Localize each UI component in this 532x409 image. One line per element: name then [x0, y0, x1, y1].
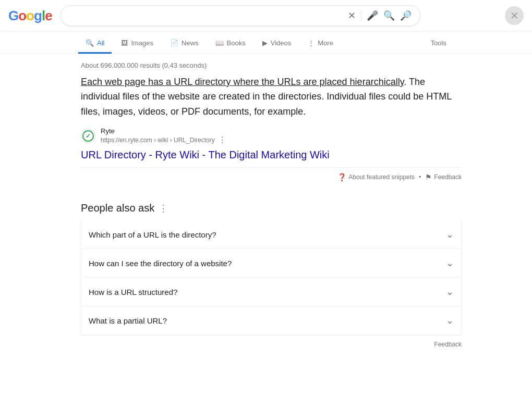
paa-question-1-text: Which part of a URL is the directory?	[89, 230, 216, 239]
paa-feedback-button[interactable]: Feedback	[81, 335, 462, 353]
main-content: About 696.000.000 results (0,43 seconds)…	[0, 54, 490, 353]
tab-images[interactable]: 🖼 Images	[114, 34, 161, 54]
people-also-ask-section: People also ask ⋮ Which part of a URL is…	[81, 202, 462, 353]
avatar-icon: ✕	[510, 9, 519, 22]
tab-books-label: Books	[227, 39, 246, 47]
tab-videos[interactable]: ▶ Videos	[255, 34, 299, 54]
nav-tabs: 🔍 All 🖼 Images 📄 News 📖 Books ▶ Videos ⋮…	[0, 32, 532, 54]
separator: •	[419, 173, 421, 181]
source-row: ✓ Ryte https://en.ryte.com › wiki › URL_…	[81, 127, 462, 145]
microphone-icon: 🎤	[367, 10, 378, 21]
tab-all-label: All	[97, 39, 104, 47]
paa-options-icon[interactable]: ⋮	[159, 203, 168, 214]
snippet-footer: ❓ About featured snippets • ⚑ Feedback	[81, 167, 462, 187]
tab-all[interactable]: 🔍 All	[78, 34, 112, 54]
favicon-check-icon: ✓	[86, 132, 91, 140]
paa-question-4-text: What is a partial URL?	[89, 316, 167, 325]
search-submit-button[interactable]: 🔎	[400, 10, 412, 21]
snippet-text: Each web page has a URL directory where …	[81, 75, 462, 119]
header: Google url directory ✕ 🎤 🔍 🔎 ✕	[0, 0, 532, 32]
paa-chevron-1-icon: ⌄	[446, 229, 454, 240]
tab-more[interactable]: ⋮ More	[300, 34, 341, 54]
question-icon: ❓	[337, 173, 346, 181]
tools-button[interactable]: Tools	[424, 34, 454, 54]
search-icon: 🔎	[400, 10, 412, 21]
tab-news[interactable]: 📄 News	[163, 34, 206, 54]
paa-title: People also ask	[81, 202, 154, 214]
source-url-text: https://en.ryte.com › wiki › URL_Directo…	[101, 137, 215, 144]
paa-question-4[interactable]: What is a partial URL? ⌄	[81, 306, 462, 335]
tab-images-label: Images	[131, 39, 153, 47]
books-icon: 📖	[215, 39, 224, 47]
about-snippets-label: About featured snippets	[348, 173, 415, 181]
tools-label: Tools	[431, 39, 446, 47]
about-snippets-button[interactable]: ❓ About featured snippets	[337, 173, 415, 181]
images-icon: 🖼	[121, 39, 128, 47]
paa-question-1[interactable]: Which part of a URL is the directory? ⌄	[81, 220, 462, 249]
source-info: Ryte https://en.ryte.com › wiki › URL_Di…	[101, 127, 226, 145]
paa-chevron-4-icon: ⌄	[446, 315, 454, 326]
paa-header: People also ask ⋮	[81, 202, 462, 214]
source-favicon: ✓	[81, 129, 95, 143]
result-link[interactable]: URL Directory - Ryte Wiki - The Digital …	[81, 149, 330, 161]
avatar[interactable]: ✕	[505, 6, 524, 25]
paa-chevron-3-icon: ⌄	[446, 286, 454, 298]
results-count: About 696.000.000 results (0,43 seconds)	[81, 54, 490, 75]
news-icon: 📄	[170, 39, 178, 47]
source-name: Ryte	[101, 127, 226, 135]
snippet-highlighted-text: Each web page has a URL directory where …	[81, 77, 404, 87]
paa-chevron-2-icon: ⌄	[446, 257, 454, 269]
google-logo[interactable]: Google	[8, 8, 52, 24]
tab-videos-label: Videos	[271, 39, 292, 47]
paa-question-2-text: How can I see the directory of a website…	[89, 259, 232, 268]
lens-search-button[interactable]: 🔍	[383, 10, 395, 21]
tab-news-label: News	[182, 39, 199, 47]
source-options-icon[interactable]: ⋮	[218, 135, 226, 145]
tab-more-label: More	[318, 39, 333, 47]
divider	[361, 10, 361, 21]
videos-icon: ▶	[262, 39, 268, 47]
lens-icon: 🔍	[383, 10, 395, 21]
tab-books[interactable]: 📖 Books	[208, 34, 253, 54]
search-bar: url directory ✕ 🎤 🔍 🔎	[61, 5, 420, 26]
paa-question-3[interactable]: How is a URL structured? ⌄	[81, 278, 462, 306]
more-icon: ⋮	[308, 39, 315, 47]
clear-icon[interactable]: ✕	[348, 10, 356, 21]
search-input[interactable]: url directory	[69, 11, 343, 20]
paa-question-2[interactable]: How can I see the directory of a website…	[81, 249, 462, 278]
all-icon: 🔍	[86, 39, 94, 47]
feedback-button[interactable]: ⚑ Feedback	[425, 173, 462, 181]
featured-snippet: Each web page has a URL directory where …	[81, 75, 462, 192]
paa-question-3-text: How is a URL structured?	[89, 288, 177, 296]
voice-search-button[interactable]: 🎤	[367, 10, 378, 21]
source-url: https://en.ryte.com › wiki › URL_Directo…	[101, 135, 226, 145]
paa-feedback-label: Feedback	[434, 341, 462, 348]
feedback-label: Feedback	[434, 173, 462, 181]
feedback-icon: ⚑	[425, 173, 432, 181]
